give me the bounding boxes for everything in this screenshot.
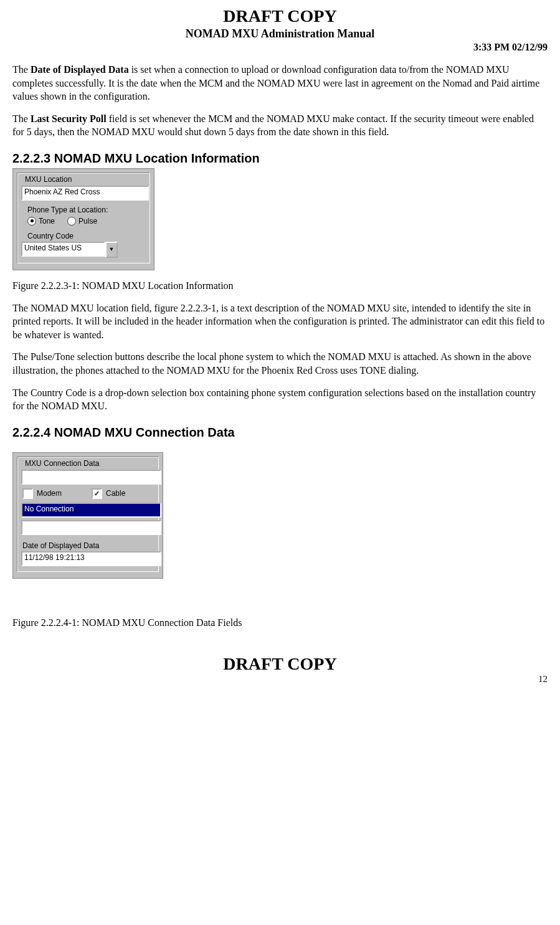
figure-caption-2223-1: Figure 2.2.2.3-1: NOMAD MXU Location Inf… (12, 279, 548, 293)
mxu-location-fieldset: MXU Location Phoenix AZ Red Cross Phone … (17, 173, 150, 263)
checkbox-label-modem: Modem (37, 489, 62, 498)
paragraph-pulse-tone: The Pulse/Tone selection buttons describ… (12, 350, 548, 377)
mxu-location-panel: MXU Location Phoenix AZ Red Cross Phone … (12, 168, 154, 270)
heading-2224: 2.2.2.4 NOMAD MXU Connection Data (12, 425, 548, 440)
page-number: 12 (12, 674, 548, 685)
date-displayed-label: Date of Displayed Data (22, 541, 154, 550)
bold-term-last-security-poll: Last Security Poll (31, 113, 107, 124)
text-run: The (12, 113, 31, 124)
connection-blank-field[interactable] (21, 520, 161, 535)
mxu-connection-panel: MXU Connection Data Modem ✓ Cable No Con… (12, 452, 163, 579)
mxu-connection-legend: MXU Connection Data (24, 459, 100, 468)
figure-caption-2224-1: Figure 2.2.2.4-1: NOMAD MXU Connection D… (12, 616, 548, 630)
mxu-location-legend: MXU Location (24, 175, 73, 184)
country-code-value: United States US (21, 242, 105, 257)
heading-2223: 2.2.2.3 NOMAD MXU Location Information (12, 151, 548, 166)
text-run: The (12, 64, 31, 75)
radio-label-pulse: Pulse (78, 217, 97, 225)
draft-footer: DRAFT COPY (12, 654, 548, 674)
paragraph-last-security-poll: The Last Security Poll field is set when… (12, 112, 548, 139)
radio-option-tone[interactable]: Tone (27, 217, 55, 225)
header-timestamp: 3:33 PM 02/12/99 (12, 42, 548, 53)
chevron-down-icon[interactable]: ▼ (105, 242, 118, 258)
connection-top-input[interactable] (21, 470, 161, 485)
mxu-location-input[interactable]: Phoenix AZ Red Cross (21, 186, 149, 201)
date-displayed-field[interactable]: 11/12/98 19:21:13 (21, 551, 161, 566)
phone-type-label: Phone Type at Location: (27, 206, 146, 214)
country-code-label: Country Code (27, 232, 146, 240)
draft-header-top: DRAFT COPY (12, 6, 548, 26)
radio-option-pulse[interactable]: Pulse (67, 217, 97, 225)
radio-label-tone: Tone (39, 217, 55, 225)
checkbox-label-cable: Cable (106, 489, 125, 498)
mxu-connection-fieldset: MXU Connection Data Modem ✓ Cable No Con… (17, 457, 159, 572)
paragraph-location-field: The NOMAD MXU location field, figure 2.2… (12, 301, 548, 342)
country-code-dropdown[interactable]: United States US ▼ (21, 242, 118, 258)
radio-dot-icon (67, 217, 76, 225)
paragraph-date-displayed: The Date of Displayed Data is set when a… (12, 63, 548, 103)
checkbox-cable[interactable]: ✓ (92, 488, 102, 499)
checkbox-modem[interactable] (22, 488, 33, 499)
connection-status-field[interactable]: No Connection (21, 503, 161, 518)
connection-type-row: Modem ✓ Cable (22, 488, 154, 499)
paragraph-country-code: The Country Code is a drop-down selectio… (12, 386, 548, 413)
phone-type-radio-group: Tone Pulse (27, 217, 146, 225)
manual-title: NOMAD MXU Administration Manual (12, 27, 548, 40)
bold-term-date-displayed: Date of Displayed Data (31, 64, 129, 75)
radio-dot-icon (27, 217, 36, 225)
